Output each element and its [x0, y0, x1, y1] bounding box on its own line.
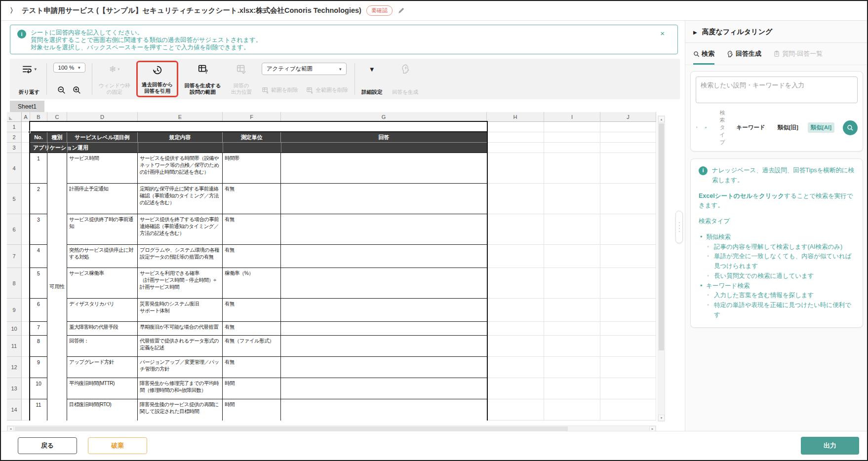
search-button[interactable] [843, 120, 858, 135]
vertical-scrollbar[interactable]: ▴ ▾ [658, 115, 665, 422]
grid-cell[interactable] [544, 143, 600, 153]
cell-content[interactable]: サービス提供を終了する場合の事前連絡確認（事前通知のタイミング／方法の記述を含む… [138, 214, 223, 245]
row-header-10[interactable]: 10 [7, 322, 22, 336]
cell-content[interactable]: 早期復旧が不可能な場合の代替措置 [138, 322, 223, 336]
grid-cell[interactable] [600, 357, 656, 378]
cell-item[interactable]: 平均復旧時間(MTTR) [67, 378, 138, 399]
cell-item[interactable]: 回答例： [67, 336, 138, 357]
grid-cell[interactable] [487, 357, 544, 378]
selected-cell-range[interactable] [29, 121, 488, 132]
cell-unit[interactable]: 有無 [223, 299, 281, 322]
column-header-E[interactable]: E [138, 112, 223, 122]
grid-cell[interactable] [487, 214, 544, 245]
grid-cell[interactable] [487, 184, 544, 214]
grid-cell[interactable] [600, 245, 656, 268]
cell-item[interactable]: サービス提供終了時の事前通知 [67, 214, 138, 245]
grid-cell[interactable] [600, 268, 656, 299]
cell-answer[interactable] [281, 299, 487, 322]
cell-unit[interactable]: 有無 [223, 214, 281, 245]
cell-answer[interactable] [281, 399, 487, 421]
row-header-13[interactable]: 13 [7, 378, 22, 399]
cell-answer[interactable] [281, 153, 487, 184]
generate-question-range-button[interactable]: ? 回答を生成する 設問の範囲 [179, 61, 226, 97]
cell-unit[interactable]: 時間 [223, 378, 281, 399]
cell-no[interactable]: 5 [30, 268, 47, 299]
cell-item[interactable]: アップグレード方針 [67, 357, 138, 378]
cell-item[interactable]: 突然のサービス提供停止に対する対処 [67, 245, 138, 268]
cell-no[interactable]: 8 [30, 336, 47, 357]
cell-answer[interactable] [281, 322, 487, 336]
tab-answer-generation[interactable]: 回答生成 [726, 49, 761, 65]
cell-answer[interactable] [281, 378, 487, 399]
sheet-tab[interactable]: Sheet1 [10, 101, 44, 112]
grid-cell[interactable] [600, 299, 656, 322]
cell-no[interactable]: 11 [30, 399, 47, 421]
grid-cell[interactable] [544, 214, 600, 245]
cell-no[interactable]: 1 [30, 153, 47, 184]
grid-cell[interactable] [544, 153, 600, 184]
row-header-5[interactable]: 5 [7, 184, 22, 214]
cell-unit[interactable]: 有無 [223, 184, 281, 214]
grid-cell[interactable] [487, 399, 544, 421]
advanced-filtering-header[interactable]: ▶ 高度なフィルタリング [685, 21, 868, 43]
grid-cell[interactable] [600, 399, 656, 421]
grid-cell[interactable] [487, 245, 544, 268]
pin-icon[interactable] [696, 123, 698, 132]
fill-handle[interactable] [28, 131, 31, 133]
cell-unit[interactable]: 時間帯 [223, 153, 281, 184]
cell-answer[interactable] [281, 214, 487, 245]
grid-cell[interactable] [544, 299, 600, 322]
cell-unit[interactable]: 時間 [223, 399, 281, 421]
grid-cell[interactable] [544, 268, 600, 299]
grid-cell[interactable] [487, 122, 544, 132]
column-header-B[interactable]: B [30, 112, 47, 122]
cell-unit[interactable]: 有無 [223, 322, 281, 336]
cell-answer[interactable] [281, 245, 487, 268]
cell-unit[interactable]: 有無 [223, 357, 281, 378]
search-type-similar-ai[interactable]: 類似[AI] [808, 122, 834, 133]
column-header-D[interactable]: D [67, 112, 138, 122]
cell-unit[interactable]: 有無（ファイル形式） [223, 336, 281, 357]
grid-cell[interactable] [600, 122, 656, 132]
grid-cell[interactable] [600, 153, 656, 184]
scroll-up-icon[interactable]: ▴ [658, 116, 665, 122]
cell-item[interactable]: サービス稼働率 [67, 268, 138, 299]
row-header-4[interactable]: 4 [7, 153, 22, 184]
column-header-I[interactable]: I [544, 112, 600, 122]
grid-cell[interactable] [600, 378, 656, 399]
column-header-A[interactable]: A [22, 112, 30, 122]
row-header-7[interactable]: 7 [7, 245, 22, 268]
cell-item[interactable]: 計画停止予定通知 [67, 184, 138, 214]
grid-cell[interactable] [544, 122, 600, 132]
grid-cell[interactable] [487, 299, 544, 322]
grid-cell[interactable] [544, 399, 600, 421]
grid-cell[interactable] [487, 268, 544, 299]
grid-cell[interactable] [600, 322, 656, 336]
cell-content[interactable]: バージョンアップ／変更管理／パッチ管理の方針 [138, 357, 223, 378]
cell-no[interactable]: 2 [30, 184, 47, 214]
export-button[interactable]: 出力 [801, 437, 859, 455]
active-range-select[interactable]: アクティブな範囲 ▾ [262, 63, 347, 75]
cell-item[interactable]: サービス時間 [67, 153, 138, 184]
cell-item[interactable]: 目標復旧時間(RTO) [67, 399, 138, 421]
vertical-scroll-thumb[interactable] [659, 123, 664, 350]
quote-past-answers-button[interactable]: 過去回答から 回答を引用 [138, 62, 177, 96]
tab-search[interactable]: 検索 [693, 49, 714, 65]
zoom-level-select[interactable]: 100 % ▾ [53, 63, 85, 73]
row-header-6[interactable]: 6 [7, 214, 22, 245]
panel-resize-handle[interactable] [675, 211, 683, 243]
back-button[interactable]: 戻る [18, 437, 77, 454]
zoom-in-icon[interactable] [73, 86, 81, 94]
row-header-11[interactable]: 11 [7, 336, 22, 357]
scroll-down-icon[interactable]: ▾ [658, 415, 665, 421]
cell-answer[interactable] [281, 184, 487, 214]
discard-button[interactable]: 破棄 [88, 437, 147, 454]
row-header-1[interactable]: 1 [7, 122, 22, 132]
column-header-J[interactable]: J [600, 112, 656, 122]
cell-content[interactable]: 障害発生から修理完了までの平均時間（修理時間の和÷故障回数） [138, 378, 223, 399]
cell-item[interactable]: 重大障害時の代替手段 [67, 322, 138, 336]
cell-no[interactable]: 9 [30, 357, 47, 378]
row-header-14[interactable]: 14 [7, 399, 22, 421]
grid-cell[interactable] [600, 214, 656, 245]
row-header-12[interactable]: 12 [7, 357, 22, 378]
